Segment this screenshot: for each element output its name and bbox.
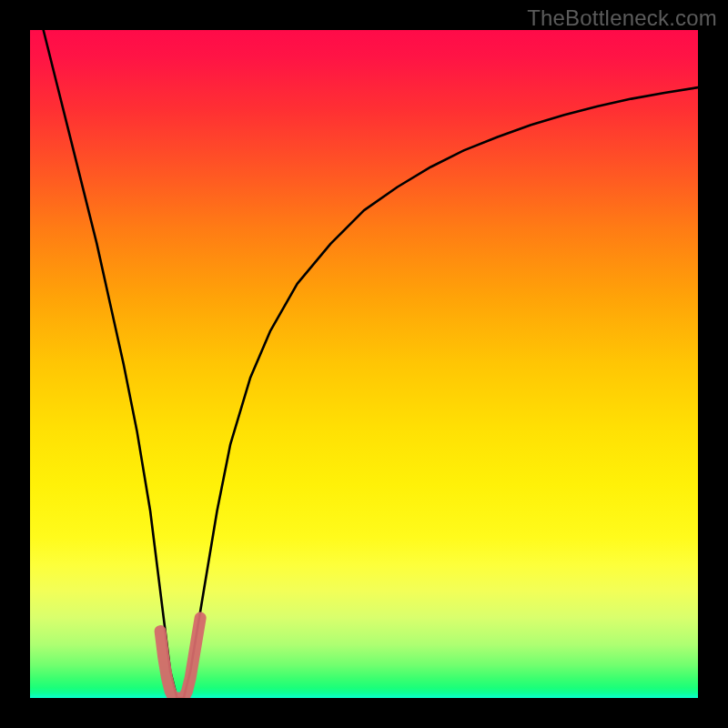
chart-frame: TheBottleneck.com xyxy=(0,0,728,728)
curve-path xyxy=(44,30,698,698)
chart-svg xyxy=(30,30,698,698)
chart-plot-area xyxy=(30,30,698,698)
watermark-text: TheBottleneck.com xyxy=(527,5,717,31)
